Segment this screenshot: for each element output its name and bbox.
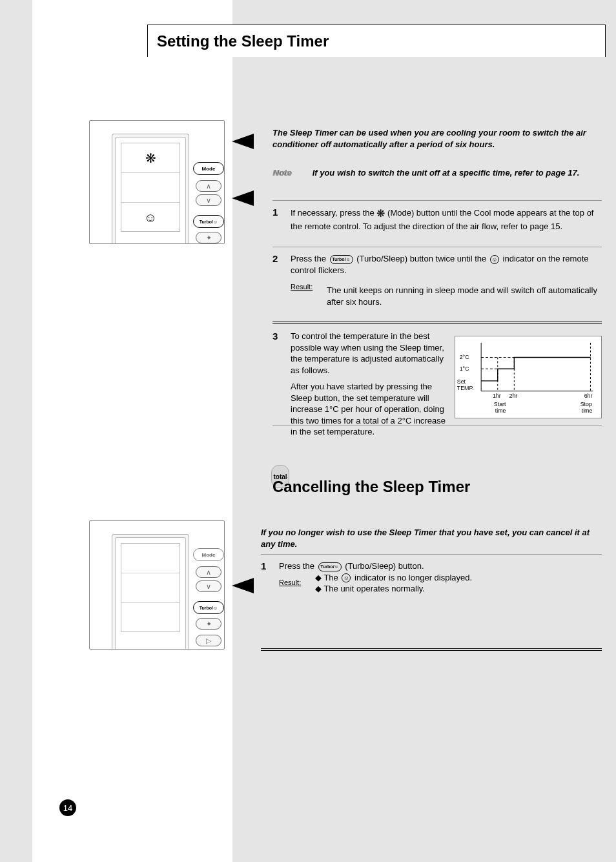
swing-button: ✦ [196, 618, 221, 630]
section2-step-1: 1 Press the Turbo/☺ (Turbo/Sleep) button… [261, 560, 602, 595]
remote-lcd: ❋ ☺ [121, 143, 180, 232]
note-label: Note [272, 168, 310, 178]
result-label: Result: [291, 283, 313, 291]
step-3-text-b: After you have started by pressing the S… [291, 381, 447, 438]
note-text: If you wish to switch the unit off at a … [313, 168, 584, 178]
temperature-chart: 2°C 1°C Set TEMP. 1hr 2hr 6hr Start time… [455, 336, 602, 418]
chart-svg: 2°C 1°C Set TEMP. 1hr 2hr 6hr Start time… [455, 336, 601, 418]
chart-stop-label-2: time [582, 407, 593, 414]
step-number: 1 [261, 560, 266, 571]
section-2-title: Cancelling the Sleep Timer [272, 478, 470, 496]
page-title: Setting the Sleep Timer [157, 32, 329, 50]
temp-up-button: ∧ [196, 180, 221, 192]
chart-x-tick: 1hr [493, 393, 501, 399]
note-row: Note If you wish to switch the unit off … [272, 168, 595, 178]
turbo-sleep-icon: Turbo/☺ [330, 255, 353, 264]
chart-x-tick: 2hr [509, 393, 517, 399]
sleep-icon: ☺ [490, 255, 499, 264]
temp-down-button: ∨ [196, 580, 221, 592]
divider [272, 247, 602, 247]
turbo-sleep-button: Turbo/☺ [193, 601, 224, 614]
double-divider [272, 322, 602, 324]
step-1-text: If necessary, press the ❋ (Mode) button … [291, 207, 602, 232]
divider [261, 554, 602, 555]
step-3-text-a: To control the temperature in the best p… [291, 331, 447, 376]
snowflake-icon: ❋ [376, 208, 385, 219]
step-number: 3 [272, 331, 278, 342]
section2-step-1-text: Press the Turbo/☺ (Turbo/Sleep) button. [279, 560, 602, 572]
temp-down-button: ∨ [196, 194, 221, 206]
chart-y-label-1: Set [457, 378, 466, 385]
divider [272, 425, 602, 426]
remote-illustration-2: Mode ∧ ∨ Turbo/☺ ✦ ▷ [89, 520, 225, 650]
section2-result-b: ◆ The unit operates normally. [315, 583, 602, 595]
step-2-text: Press the Turbo/☺ (Turbo/Sleep) button t… [291, 253, 602, 276]
temp-up-button: ∧ [196, 566, 221, 578]
step-3: 3 To control the temperature in the best… [272, 331, 447, 438]
chart-y-tick: 1°C [460, 365, 469, 372]
pointer-arrow [232, 190, 254, 206]
step-number: 1 [272, 207, 278, 218]
step-2-result: The unit keeps on running in sleep mode … [327, 285, 602, 307]
section2-result-a: ◆ The ☺ indicator is no longer displayed… [315, 572, 602, 584]
intro-text: The Sleep Timer can be used when you are… [272, 127, 595, 150]
step-number: 2 [272, 253, 278, 264]
chart-stop-label-1: Stop [580, 401, 592, 407]
chart-y-label-2: TEMP. [457, 385, 474, 391]
divider [272, 200, 602, 201]
swing-button: ✦ [196, 232, 221, 243]
double-divider [261, 648, 602, 651]
snowflake-icon: ❋ [121, 143, 180, 173]
chart-start-label-2: time [495, 407, 506, 414]
step-2: 2 Press the Turbo/☺ (Turbo/Sleep) button… [272, 253, 602, 307]
result-label: Result: [279, 579, 301, 586]
chart-x-tick: 6hr [584, 393, 593, 399]
page-number: 14 [59, 799, 76, 816]
remote-lcd [121, 543, 180, 632]
chart-start-label-1: Start [494, 401, 506, 407]
sleep-icon: ☺ [342, 573, 351, 582]
turbo-sleep-icon: Turbo/☺ [318, 562, 342, 571]
remote-illustration-1: ❋ ☺ Mode ∧ ∨ Turbo/☺ ✦ [89, 120, 225, 244]
section-2-intro: If you no longer wish to use the Sleep T… [261, 527, 597, 550]
flow-button: ▷ [196, 635, 221, 646]
pointer-arrow [232, 134, 254, 149]
mode-button: Mode [193, 162, 224, 175]
page-title-box: Setting the Sleep Timer [147, 25, 606, 57]
chart-y-tick: 2°C [460, 354, 469, 360]
step-1: 1 If necessary, press the ❋ (Mode) butto… [272, 207, 602, 232]
sleep-icon: ☺ [121, 203, 180, 232]
turbo-sleep-button: Turbo/☺ [193, 215, 224, 228]
mode-button: Mode [193, 548, 224, 561]
pointer-arrow [232, 578, 254, 593]
